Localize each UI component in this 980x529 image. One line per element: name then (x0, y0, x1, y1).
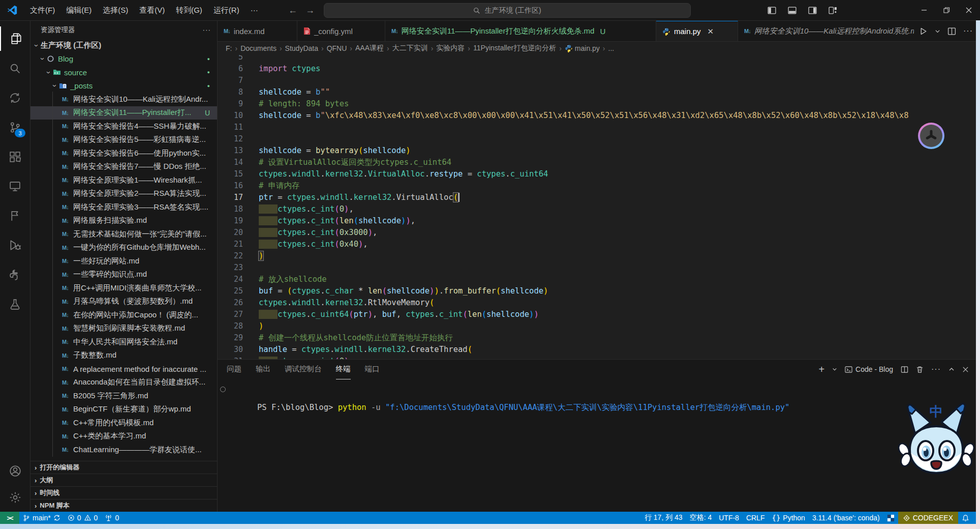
close-icon[interactable] (958, 0, 980, 20)
breadcrumb-item[interactable]: AAA课程 (355, 44, 384, 53)
code-line[interactable]: 19 ctypes.c_int(len(shellcode)), (218, 215, 909, 227)
activity-item-python[interactable] (0, 262, 30, 287)
extension-status-icon[interactable] (883, 512, 898, 524)
code-line[interactable]: 13shellcode = bytearray(shellcode) (218, 145, 909, 157)
code-line[interactable]: 28) (218, 320, 909, 332)
file-item[interactable]: M↓网络安全原理实验3——RSA签名实现.... (30, 200, 217, 214)
code-line[interactable]: 15ctypes.windll.kernel32.VirtualAlloc.re… (218, 168, 909, 180)
code-line[interactable]: 14# 设置VirtualAlloc返回类型为ctypes.c_uint64 (218, 157, 909, 168)
code-line[interactable]: 20 ctypes.c_int(0x3000), (218, 227, 909, 239)
file-item[interactable]: M↓一键为你的所有Github仓库增加Webh... (30, 241, 217, 255)
file-item[interactable]: M↓Anaconda如何在当前目录创建虚拟环... (30, 376, 217, 390)
close-panel-icon[interactable] (962, 366, 969, 373)
tree-root[interactable]: ›生产环境 (工作区) (30, 39, 217, 52)
codegeex-status[interactable]: CODEGEEX (898, 512, 958, 524)
menu-item[interactable]: 查看(V) (134, 4, 170, 17)
encoding[interactable]: UTF-8 (715, 512, 743, 524)
breadcrumb-item[interactable]: Documents (240, 44, 277, 52)
code-line[interactable]: 31 ctypes.c_int(0), (218, 356, 909, 359)
file-item[interactable]: M↓网络安全实验报告6——使用python实... (30, 146, 217, 160)
panel-tab-终端[interactable]: 终端 (336, 360, 351, 379)
code-line[interactable]: 8shellcode = b"" (218, 86, 909, 98)
tree-folder[interactable]: ›source● (30, 66, 217, 79)
sidebar-section-时间线[interactable]: ›时间线 (30, 486, 217, 499)
nav-back-icon[interactable]: ← (288, 5, 297, 16)
tab-index.md[interactable]: M↓index.md (218, 21, 297, 41)
code-line[interactable]: 5 (218, 55, 909, 63)
code-line[interactable]: 18 ctypes.c_int(0), (218, 203, 909, 215)
run-dropdown-icon[interactable] (935, 28, 940, 34)
code-line[interactable]: 27 ctypes.c_uint64(ptr), buf, ctypes.c_i… (218, 309, 909, 320)
file-item[interactable]: M↓A replacement method for inaccurate ..… (30, 362, 217, 376)
menu-item[interactable]: 转到(G) (171, 4, 207, 17)
activity-item-run-and-debug[interactable] (0, 233, 30, 257)
panel-tab-输出[interactable]: 输出 (256, 360, 270, 379)
code-line[interactable]: 16# 申请内存 (218, 180, 909, 192)
eol-sequence[interactable]: CRLF (743, 512, 769, 524)
file-item[interactable]: M↓网络安全原理实验2——RSA算法实现... (30, 187, 217, 201)
toggle-sidebar-icon[interactable] (768, 6, 783, 15)
customize-layout-icon[interactable] (829, 6, 844, 15)
activity-item-settings-gear[interactable] (0, 485, 30, 510)
file-item[interactable]: M↓网络安全实验报告5——彩虹猫病毒逆... (30, 133, 217, 147)
activity-item-account[interactable] (0, 459, 30, 483)
git-branch-status[interactable]: main* (19, 512, 64, 524)
code-line[interactable]: 17ptr = ctypes.windll.kernel32.VirtualAl… (218, 192, 909, 203)
file-item[interactable]: M↓网络安全实验报告7——慢 DDos 拒绝... (30, 160, 217, 174)
menu-item[interactable]: ··· (246, 4, 263, 17)
menu-item[interactable]: 运行(R) (208, 4, 244, 17)
file-item[interactable]: M↓C++类的基本学习.md (30, 430, 217, 444)
breadcrumb-item[interactable]: ... (608, 44, 615, 52)
breadcrumb-item[interactable]: F: (226, 44, 232, 52)
file-item[interactable]: M↓C++常用的代码模板.md (30, 416, 217, 430)
python-interpreter[interactable]: 3.11.4 ('base': conda) (809, 512, 883, 524)
file-item[interactable]: M↓智慧树知到刷课脚本安装教程.md (30, 322, 217, 336)
sidebar-section-打开的编辑器[interactable]: ›打开的编辑器 (30, 461, 217, 474)
split-terminal-icon[interactable] (901, 366, 908, 373)
file-item[interactable]: M↓B2005 字符三角形.md (30, 389, 217, 403)
tree-folder[interactable]: ›_posts● (30, 79, 217, 93)
panel-tab-调试控制台[interactable]: 调试控制台 (285, 360, 322, 379)
new-terminal-icon[interactable]: + (818, 364, 824, 374)
remote-indicator[interactable]: >< (0, 512, 19, 524)
more-actions-icon[interactable]: ··· (963, 26, 973, 36)
code-line[interactable]: 11 (218, 122, 909, 133)
breadcrumb-item[interactable]: main.py (565, 44, 600, 52)
code-line[interactable]: 30handle = ctypes.windll.kernel32.Create… (218, 344, 909, 356)
activity-item-source-control[interactable]: 3 (0, 115, 30, 139)
code-line[interactable]: 21 ctypes.c_int(0x40), (218, 239, 909, 250)
terminal[interactable]: PS F:\blog\Blog> python -u "f:\Documents… (218, 379, 976, 413)
activity-item-beaker[interactable] (0, 292, 30, 316)
file-item[interactable]: M↓网络服务扫描实验.md (30, 214, 217, 228)
tab-main.py[interactable]: main.py✕ (656, 21, 738, 41)
tree-folder[interactable]: ›Blog● (30, 52, 217, 66)
explorer-more-icon[interactable]: ··· (203, 26, 211, 34)
breadcrumb-item[interactable]: 实验内容 (436, 44, 465, 53)
panel-tab-端口[interactable]: 端口 (365, 360, 380, 379)
indentation[interactable]: 空格: 4 (686, 512, 716, 524)
menu-item[interactable]: 选择(S) (98, 4, 133, 17)
file-item[interactable]: M↓用C++调用MIDI演奏曲阜师范大学校... (30, 281, 217, 295)
file-item[interactable]: M↓网络安全实训10——Kali远程控制Andr... (30, 93, 217, 106)
tab-close-icon[interactable]: ✕ (708, 27, 714, 36)
file-item[interactable]: M↓网络安全实验报告4——SSH暴力破解... (30, 120, 217, 133)
code-line[interactable]: 24# 放入shellcode (218, 274, 909, 285)
code-editor[interactable]: 56import ctypes78shellcode = b""9# lengt… (218, 55, 909, 359)
sidebar-section-大纲[interactable]: ›大纲 (30, 474, 217, 486)
code-line[interactable]: 22) (218, 250, 909, 262)
file-item[interactable]: M↓BeginCTF（新生赛道）部分wp.md (30, 403, 217, 417)
sidebar-section-NPM 脚本[interactable]: ›NPM 脚本 (30, 499, 217, 512)
restore-icon[interactable] (935, 0, 958, 20)
activity-item-sync[interactable] (0, 85, 30, 110)
ports-status[interactable]: 0 (101, 512, 122, 524)
code-line[interactable]: 25buf = (ctypes.c_char * len(shellcode))… (218, 285, 909, 297)
toggle-panel-icon[interactable] (788, 6, 803, 15)
code-line[interactable]: 23 (218, 262, 909, 274)
command-decoration-icon[interactable] (220, 387, 226, 392)
file-item[interactable]: M↓网络安全实训11——Pyinstaller打...U (30, 106, 217, 120)
toggle-secondary-sidebar-icon[interactable] (808, 6, 823, 15)
activity-item-extensions[interactable] (0, 144, 30, 169)
breadcrumb-item[interactable]: 大二下实训 (392, 44, 428, 53)
code-line[interactable]: 7 (218, 75, 909, 86)
run-file-icon[interactable] (919, 27, 928, 36)
